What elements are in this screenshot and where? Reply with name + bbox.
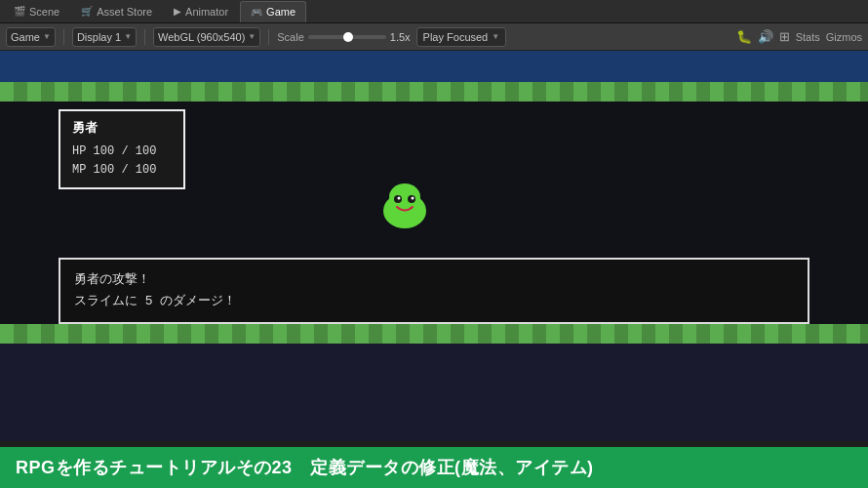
- scale-slider[interactable]: [308, 35, 386, 39]
- toolbar-icons: 🐛 🔊 ⊞ Stats Gizmos: [736, 29, 862, 44]
- game-select-label: Game: [11, 31, 40, 43]
- display-select-arrow: ▼: [124, 32, 132, 41]
- game-viewport: 勇者 HP 100 / 100 MP 100 / 100: [0, 51, 868, 441]
- hp-current: 100: [94, 144, 115, 158]
- divider-1: [63, 29, 64, 45]
- divider-2: [144, 29, 145, 45]
- tab-scene[interactable]: 🎬 Scene: [4, 1, 69, 22]
- hp-separator: /: [121, 144, 135, 158]
- slime-svg: [375, 178, 434, 236]
- mp-label: MP: [72, 163, 86, 177]
- svg-point-4: [398, 197, 401, 200]
- asset-store-icon: 🛒: [81, 6, 93, 17]
- battle-message-line-1: 勇者の攻撃！: [74, 269, 794, 291]
- play-focused-arrow: ▼: [492, 32, 499, 41]
- tab-scene-label: Scene: [29, 6, 59, 18]
- audio-icon[interactable]: 🔊: [758, 29, 773, 44]
- hp-label: HP: [72, 144, 86, 158]
- game-select[interactable]: Game ▼: [6, 27, 56, 47]
- webgl-select-label: WebGL (960x540): [158, 31, 245, 43]
- tab-animator-label: Animator: [185, 6, 228, 18]
- mp-separator: /: [121, 163, 135, 177]
- scale-value: 1.5x: [390, 31, 411, 43]
- animator-icon: ▶: [174, 6, 181, 17]
- display-select[interactable]: Display 1 ▼: [72, 27, 137, 47]
- scale-container: Scale 1.5x: [277, 31, 410, 43]
- tab-game-label: Game: [266, 6, 296, 18]
- play-focused-label: Play Focused: [423, 31, 489, 43]
- green-stripe-pattern-top: [0, 82, 868, 102]
- scale-slider-thumb: [343, 32, 353, 42]
- stats-label[interactable]: Stats: [796, 31, 820, 43]
- tab-asset-store[interactable]: 🛒 Asset Store: [71, 1, 162, 22]
- svg-point-1: [389, 183, 420, 211]
- tab-asset-store-label: Asset Store: [97, 6, 152, 18]
- green-stripe-top: [0, 82, 868, 102]
- grid-icon[interactable]: ⊞: [779, 29, 790, 44]
- webgl-select[interactable]: WebGL (960x540) ▼: [153, 27, 260, 47]
- gizmos-label[interactable]: Gizmos: [826, 31, 862, 43]
- mp-current: 100: [94, 163, 115, 177]
- play-focused-button[interactable]: Play Focused ▼: [416, 27, 507, 47]
- slime-character: [375, 178, 434, 236]
- battle-message-box: 勇者の攻撃！ スライムに 5 のダメージ！: [59, 258, 809, 324]
- blue-header: [0, 51, 868, 82]
- green-stripe-bottom: [0, 324, 868, 344]
- game-select-arrow: ▼: [43, 32, 51, 41]
- tab-game[interactable]: 🎮 Game: [240, 1, 306, 22]
- toolbar: Game ▼ Display 1 ▼ WebGL (960x540) ▼ Sca…: [0, 23, 868, 51]
- scale-label: Scale: [277, 31, 304, 43]
- bottom-banner: RPGを作るチュートリアルその23 定義データの修正(魔法、アイテム): [0, 447, 868, 488]
- tab-bar: 🎬 Scene 🛒 Asset Store ▶ Animator 🎮 Game: [0, 0, 868, 23]
- display-select-label: Display 1: [77, 31, 121, 43]
- character-name: 勇者: [72, 119, 172, 137]
- hp-max: 100: [136, 144, 157, 158]
- game-icon: 🎮: [251, 7, 262, 18]
- webgl-select-arrow: ▼: [248, 32, 256, 41]
- mp-max: 100: [136, 163, 157, 177]
- hp-stat: HP 100 / 100: [72, 142, 172, 161]
- status-box: 勇者 HP 100 / 100 MP 100 / 100: [59, 109, 185, 189]
- svg-point-5: [412, 197, 414, 200]
- mp-stat: MP 100 / 100: [72, 161, 172, 180]
- bottom-banner-text: RPGを作るチュートリアルその23 定義データの修正(魔法、アイテム): [16, 456, 594, 479]
- divider-3: [268, 29, 269, 45]
- tab-animator[interactable]: ▶ Animator: [164, 1, 238, 22]
- bug-icon[interactable]: 🐛: [736, 29, 752, 44]
- scene-icon: 🎬: [14, 6, 25, 17]
- green-stripe-pattern-bottom: [0, 324, 868, 344]
- battle-message-line-2: スライムに 5 のダメージ！: [74, 291, 794, 312]
